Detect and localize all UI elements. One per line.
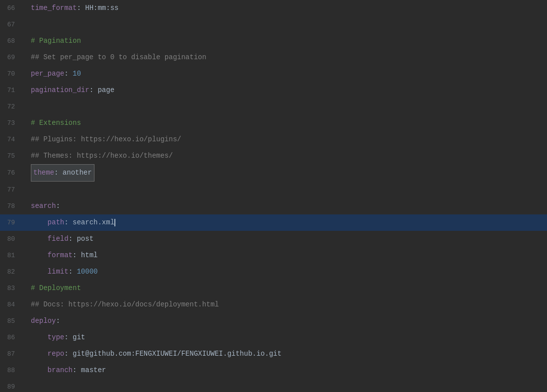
code-line: 82 limit: 10000 <box>0 264 547 280</box>
code-line: 69## Set per_page to 0 to disable pagina… <box>0 49 547 66</box>
line-content: path: search.xml <box>21 214 547 231</box>
code-editor: 66time_format: HH:mm:ss67 68# Pagination… <box>0 0 547 392</box>
line-number: 83 <box>0 280 21 296</box>
line-content: deploy: <box>21 313 547 329</box>
line-number: 78 <box>0 198 21 214</box>
code-line: 80 field: post <box>0 231 547 247</box>
line-number: 88 <box>0 362 21 379</box>
line-content: branch: master <box>21 362 547 379</box>
code-line: 83# Deployment <box>0 280 547 296</box>
line-content: # Extensions <box>21 115 547 131</box>
line-number: 71 <box>0 82 21 98</box>
code-line: 72 <box>0 98 547 115</box>
line-content: ## Plugins: https://hexo.io/plugins/ <box>21 131 547 148</box>
line-number: 89 <box>0 379 21 392</box>
line-content <box>21 379 547 392</box>
line-content: # Deployment <box>21 280 547 296</box>
code-line: 89 <box>0 379 547 392</box>
line-content <box>21 98 547 115</box>
line-number: 66 <box>0 0 21 16</box>
line-content: limit: 10000 <box>21 264 547 280</box>
line-content: # Pagination <box>21 33 547 49</box>
line-content: ## Set per_page to 0 to disable paginati… <box>21 49 547 66</box>
code-line: 73# Extensions <box>0 115 547 131</box>
line-content: search: <box>21 198 547 214</box>
code-line: 74## Plugins: https://hexo.io/plugins/ <box>0 131 547 148</box>
line-number: 80 <box>0 231 21 247</box>
code-line: 88 branch: master <box>0 362 547 379</box>
line-number: 87 <box>0 346 21 362</box>
code-line: 67 <box>0 16 547 33</box>
code-line: 70per_page: 10 <box>0 66 547 82</box>
line-content: pagination_dir: page <box>21 82 547 98</box>
code-line: 76theme: another <box>0 164 547 182</box>
line-content <box>21 16 547 33</box>
line-number: 75 <box>0 148 21 164</box>
line-content: type: git <box>21 329 547 346</box>
line-content: time_format: HH:mm:ss <box>21 0 547 16</box>
line-number: 76 <box>0 165 21 181</box>
line-number: 70 <box>0 66 21 82</box>
line-content: ## Docs: https://hexo.io/docs/deployment… <box>21 296 547 313</box>
line-number: 77 <box>0 182 21 198</box>
line-number: 82 <box>0 264 21 280</box>
code-line: 77 <box>0 182 547 198</box>
line-number: 69 <box>0 49 21 66</box>
line-number: 81 <box>0 247 21 264</box>
line-number: 73 <box>0 115 21 131</box>
line-content: ## Themes: https://hexo.io/themes/ <box>21 148 547 164</box>
code-line: 79 path: search.xml <box>0 214 547 231</box>
code-line: 81 format: html <box>0 247 547 264</box>
code-line: 84## Docs: https://hexo.io/docs/deployme… <box>0 296 547 313</box>
line-number: 68 <box>0 33 21 49</box>
code-line: 66time_format: HH:mm:ss <box>0 0 547 16</box>
code-line: 68# Pagination <box>0 33 547 49</box>
code-line: 85deploy: <box>0 313 547 329</box>
line-number: 67 <box>0 16 21 33</box>
line-content <box>21 182 547 198</box>
line-content: field: post <box>21 231 547 247</box>
line-number: 72 <box>0 98 21 115</box>
code-line: 71pagination_dir: page <box>0 82 547 98</box>
line-content: theme: another <box>21 164 547 182</box>
code-line: 75## Themes: https://hexo.io/themes/ <box>0 148 547 164</box>
line-number: 85 <box>0 313 21 329</box>
code-line: 78search: <box>0 198 547 214</box>
line-number: 84 <box>0 296 21 313</box>
line-number: 79 <box>0 214 21 231</box>
line-content: format: html <box>21 247 547 264</box>
code-line: 87 repo: git@github.com:FENGXIUWEI/FENGX… <box>0 346 547 362</box>
line-content: repo: git@github.com:FENGXIUWEI/FENGXIUW… <box>21 346 547 362</box>
line-content: per_page: 10 <box>21 66 547 82</box>
line-number: 86 <box>0 329 21 346</box>
code-line: 86 type: git <box>0 329 547 346</box>
line-number: 74 <box>0 131 21 148</box>
